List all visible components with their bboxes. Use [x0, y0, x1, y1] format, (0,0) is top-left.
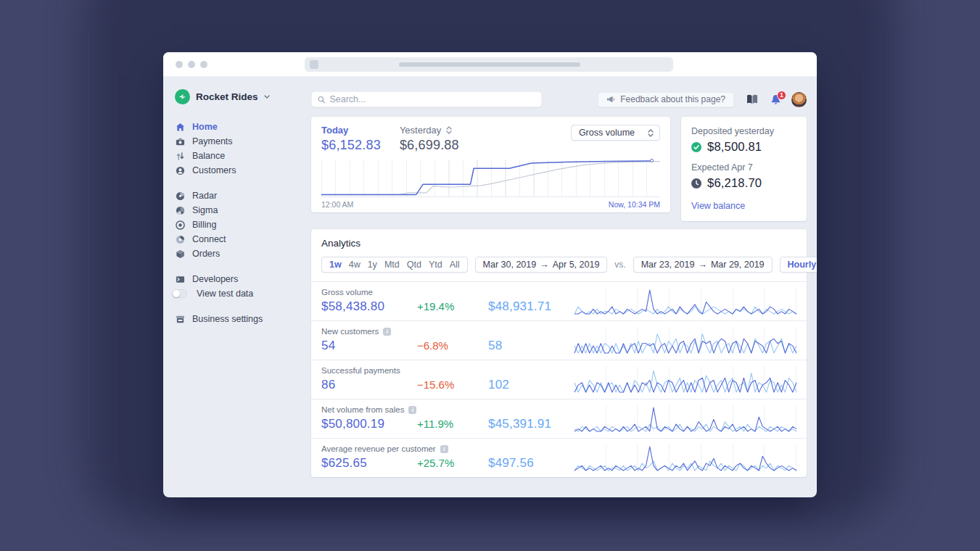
analytics-title: Analytics [311, 238, 807, 249]
billing-icon [175, 220, 185, 230]
metric-label: Successful payments [321, 366, 400, 375]
search-box[interactable] [311, 91, 542, 107]
metric-row-successful-payments: Successful payments 86 −15.6% 102 [311, 360, 807, 399]
metric-label: New customers [321, 327, 379, 336]
sparkline-chart-gross-volume [575, 288, 796, 315]
sidebar-item-radar[interactable]: Radar [175, 188, 298, 203]
range-option-4w[interactable]: 4w [349, 260, 361, 270]
site-favicon [310, 60, 318, 69]
metric-row-gross-volume: Gross volume $58,438.80 +19.4% $48,931.7… [311, 281, 807, 320]
range-option-ytd[interactable]: Ytd [429, 260, 442, 270]
close-window-button[interactable] [176, 61, 183, 68]
sidebar-item-customers[interactable]: Customers [175, 163, 298, 178]
granularity-segment: Hourly Daily [780, 257, 817, 273]
sparkline-chart-average-revenue [575, 444, 796, 472]
feedback-button[interactable]: Feedback about this page? [598, 92, 734, 107]
analytics-controls: 1w 4w 1y Mtd Qtd Ytd All Mar 30, 2019 → … [311, 249, 807, 281]
sidebar: Rocket Rides Home Payments [163, 77, 305, 497]
docs-button[interactable] [746, 94, 758, 104]
user-avatar[interactable] [791, 92, 807, 107]
info-icon[interactable]: i [383, 328, 391, 336]
sidebar-item-business-settings[interactable]: Business settings [175, 312, 298, 326]
metric-label: Net volume from sales [321, 405, 404, 414]
megaphone-icon [606, 96, 615, 103]
period-start: Mar 30, 2019 [483, 260, 537, 270]
deposited-value: $8,500.81 [707, 140, 762, 154]
topbar: Feedback about this page? 1 [311, 91, 807, 107]
expected-label: Expected Apr 7 [691, 162, 796, 173]
sidebar-item-sigma[interactable]: Sigma [175, 203, 298, 218]
info-icon[interactable]: i [440, 445, 448, 453]
range-option-1y[interactable]: 1y [368, 260, 377, 270]
test-data-toggle[interactable] [172, 289, 187, 298]
metric-change: +25.7% [417, 457, 488, 469]
metric-value: $50,800.19 [321, 417, 417, 431]
zoom-window-button[interactable] [200, 61, 207, 68]
radar-icon [175, 191, 185, 201]
sidebar-primary-group: Home Payments Balance [175, 120, 298, 178]
sigma-icon [175, 205, 185, 215]
customers-icon [175, 165, 185, 175]
granularity-hourly[interactable]: Hourly [788, 260, 817, 270]
sparkline-chart-new-customers [575, 327, 796, 355]
main-content: Feedback about this page? 1 Today [305, 77, 817, 497]
search-input[interactable] [329, 94, 535, 104]
feedback-label: Feedback about this page? [620, 94, 725, 104]
sort-updown-icon[interactable] [446, 126, 452, 134]
sidebar-item-view-test-data[interactable]: View test data [175, 286, 298, 301]
metric-label: Average revenue per customer [321, 444, 436, 453]
yesterday-value: $6,699.88 [400, 138, 459, 153]
compare-end: Mar 29, 2019 [711, 260, 765, 270]
rocket-rides-logo [175, 89, 190, 104]
info-icon[interactable]: i [408, 406, 416, 414]
metric-compare-value: $48,931.71 [488, 299, 551, 314]
connect-icon [175, 234, 185, 244]
arrow-right-icon: → [540, 260, 549, 270]
deposit-success-icon [691, 142, 701, 152]
minimize-window-button[interactable] [188, 61, 195, 68]
metric-value: $58,438.80 [321, 299, 417, 314]
sidebar-item-connect[interactable]: Connect [175, 232, 298, 246]
sidebar-item-home[interactable]: Home [175, 120, 298, 134]
yesterday-column: Yesterday $6,699.88 [400, 125, 459, 153]
sidebar-item-developers[interactable]: Developers [175, 272, 298, 286]
sidebar-item-balance[interactable]: Balance [175, 149, 298, 163]
range-option-qtd[interactable]: Qtd [407, 260, 421, 270]
account-name: Rocket Rides [196, 91, 258, 102]
sidebar-item-payments[interactable]: Payments [175, 134, 298, 149]
arrow-right-icon: → [698, 260, 707, 270]
metric-change: −6.8% [417, 339, 488, 352]
compare-period-date-button[interactable]: Mar 23, 2019 → Mar 29, 2019 [633, 257, 773, 273]
metric-value: 86 [321, 378, 417, 392]
metric-value: 54 [321, 339, 417, 353]
metric-select-dropdown[interactable]: Gross volume [571, 125, 660, 141]
metric-row-net-volume: Net volume from salesi $50,800.19 +11.9%… [311, 399, 807, 438]
today-label: Today [321, 125, 381, 136]
chart-x-start-label: 12:00 AM [321, 200, 353, 209]
notifications-button[interactable]: 1 [770, 94, 781, 105]
browser-address-bar[interactable] [305, 57, 673, 72]
metric-compare-value: 102 [488, 378, 509, 392]
period-date-button[interactable]: Mar 30, 2019 → Apr 5, 2019 [475, 257, 608, 273]
metric-compare-value: $45,391.91 [488, 417, 551, 431]
developers-icon [175, 274, 185, 284]
chart-x-end-label: Now, 10:34 PM [609, 200, 660, 209]
search-icon [318, 96, 325, 104]
sidebar-item-orders[interactable]: Orders [175, 246, 298, 261]
chevron-down-icon [264, 95, 270, 99]
range-option-mtd[interactable]: Mtd [384, 260, 400, 270]
sidebar-item-billing[interactable]: Billing [175, 218, 298, 232]
account-switcher[interactable]: Rocket Rides [175, 89, 298, 104]
book-icon [746, 94, 758, 104]
window-controls [163, 61, 207, 68]
orders-icon [175, 249, 185, 259]
metric-compare-value: 58 [488, 339, 502, 353]
sidebar-products-group: Radar Sigma Billing [175, 188, 298, 261]
view-balance-link[interactable]: View balance [691, 201, 745, 211]
today-volume-card: Today $6,152.83 Yesterday $6,699.88 Gros… [311, 117, 670, 212]
range-option-1w[interactable]: 1w [329, 260, 342, 270]
range-option-all[interactable]: All [450, 260, 460, 270]
period-end: Apr 5, 2019 [553, 260, 600, 270]
today-vs-yesterday-chart [321, 160, 660, 197]
expected-value: $6,218.70 [707, 176, 762, 190]
